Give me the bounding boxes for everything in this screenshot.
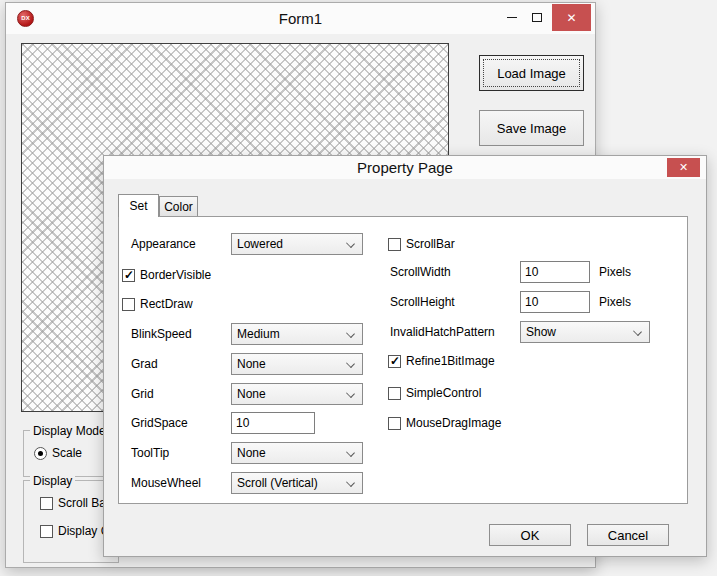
- close-icon: ✕: [566, 11, 576, 25]
- chevron-down-icon: [346, 389, 355, 398]
- desktop: DX Form1 ✕ Load Image Save Image Display…: [0, 0, 717, 576]
- maximize-icon: [532, 13, 542, 22]
- blinkspeed-label: BlinkSpeed: [131, 323, 192, 345]
- property-page-title: Property Page: [104, 156, 706, 179]
- gridspace-input[interactable]: [231, 412, 315, 434]
- tooltip-combobox[interactable]: None: [231, 442, 363, 464]
- scrollheight-input[interactable]: [520, 291, 590, 313]
- tooltip-label: ToolTip: [131, 442, 169, 464]
- chevron-down-icon: [346, 478, 355, 487]
- rectdraw-checkbox[interactable]: [122, 298, 135, 311]
- gridspace-label: GridSpace: [131, 412, 188, 434]
- appearance-combobox[interactable]: Lowered: [231, 233, 363, 255]
- combo-value: None: [237, 446, 266, 460]
- property-page-close-button[interactable]: ✕: [667, 158, 700, 177]
- tab-set[interactable]: Set: [118, 194, 159, 217]
- display-grid-checkbox[interactable]: [40, 525, 53, 538]
- save-image-button[interactable]: Save Image: [479, 110, 584, 146]
- chevron-down-icon: [346, 359, 355, 368]
- chevron-down-icon: [346, 448, 355, 457]
- form1-titlebar[interactable]: DX Form1 ✕: [6, 3, 595, 34]
- display-group-title: Display: [30, 474, 75, 488]
- combo-value: None: [237, 357, 266, 371]
- appearance-label: Appearance: [131, 233, 196, 255]
- property-page-titlebar[interactable]: Property Page ✕: [104, 156, 706, 179]
- minimize-icon: [507, 17, 517, 18]
- tab-color[interactable]: Color: [159, 196, 198, 217]
- mousedragimage-checkbox-row[interactable]: MouseDragImage: [388, 416, 501, 430]
- refine1bitimage-label: Refine1BitImage: [406, 354, 495, 368]
- simplecontrol-checkbox[interactable]: [388, 387, 401, 400]
- combo-value: Lowered: [237, 237, 283, 251]
- rectdraw-checkbox-row[interactable]: RectDraw: [122, 297, 193, 311]
- scrollbar-option-label: ScrollBar: [406, 237, 455, 251]
- mousedragimage-label: MouseDragImage: [406, 416, 501, 430]
- scrollbar-checkbox-row[interactable]: Scroll Bar: [40, 496, 110, 510]
- scale-radio-label: Scale: [52, 446, 82, 460]
- chevron-down-icon: [633, 327, 642, 336]
- scrollbar-option-checkbox-row[interactable]: ScrollBar: [388, 237, 455, 251]
- scale-radio[interactable]: [34, 447, 47, 460]
- simplecontrol-label: SimpleControl: [406, 386, 481, 400]
- invalidhatchpattern-combobox[interactable]: Show: [520, 321, 650, 343]
- maximize-button[interactable]: [526, 4, 548, 31]
- scrollbar-option-checkbox[interactable]: [388, 238, 401, 251]
- display-grid-checkbox-row[interactable]: Display G: [40, 524, 110, 538]
- grad-combobox[interactable]: None: [231, 353, 363, 375]
- rectdraw-label: RectDraw: [140, 297, 193, 311]
- grid-combobox[interactable]: None: [231, 383, 363, 405]
- bordervisible-label: BorderVisible: [140, 268, 211, 282]
- scrollwidth-units-label: Pixels: [599, 261, 631, 283]
- set-tab-panel: Appearance Lowered BorderVisible RectDra…: [118, 216, 688, 504]
- refine1bitimage-checkbox-row[interactable]: Refine1BitImage: [388, 354, 495, 368]
- combo-value: None: [237, 387, 266, 401]
- property-page-dialog: Property Page ✕ Set Color Appearance Low…: [103, 155, 707, 557]
- chevron-down-icon: [346, 239, 355, 248]
- form1-close-button[interactable]: ✕: [552, 4, 591, 31]
- close-icon: ✕: [679, 161, 688, 174]
- load-image-button[interactable]: Load Image: [479, 55, 584, 91]
- simplecontrol-checkbox-row[interactable]: SimpleControl: [388, 386, 481, 400]
- ok-button[interactable]: OK: [489, 524, 571, 546]
- scrollbar-checkbox[interactable]: [40, 497, 53, 510]
- mousedragimage-checkbox[interactable]: [388, 417, 401, 430]
- blinkspeed-combobox[interactable]: Medium: [231, 323, 363, 345]
- combo-value: Scroll (Vertical): [237, 476, 318, 490]
- grid-label: Grid: [131, 383, 154, 405]
- invalidhatchpattern-label: InvalidHatchPattern: [390, 321, 495, 343]
- bordervisible-checkbox[interactable]: [122, 269, 135, 282]
- mousewheel-combobox[interactable]: Scroll (Vertical): [231, 472, 363, 494]
- chevron-down-icon: [346, 329, 355, 338]
- combo-value: Medium: [237, 327, 280, 341]
- combo-value: Show: [526, 325, 556, 339]
- grad-label: Grad: [131, 353, 158, 375]
- display-mode-group-title: Display Mode: [30, 424, 109, 438]
- scrollwidth-label: ScrollWidth: [390, 261, 451, 283]
- refine1bitimage-checkbox[interactable]: [388, 355, 401, 368]
- scale-radio-row[interactable]: Scale: [34, 446, 82, 460]
- scrollheight-units-label: Pixels: [599, 291, 631, 313]
- bordervisible-checkbox-row[interactable]: BorderVisible: [122, 268, 211, 282]
- scrollheight-label: ScrollHeight: [390, 291, 455, 313]
- mousewheel-label: MouseWheel: [131, 472, 201, 494]
- cancel-button[interactable]: Cancel: [587, 524, 669, 546]
- minimize-button[interactable]: [501, 4, 523, 31]
- scrollwidth-input[interactable]: [520, 261, 590, 283]
